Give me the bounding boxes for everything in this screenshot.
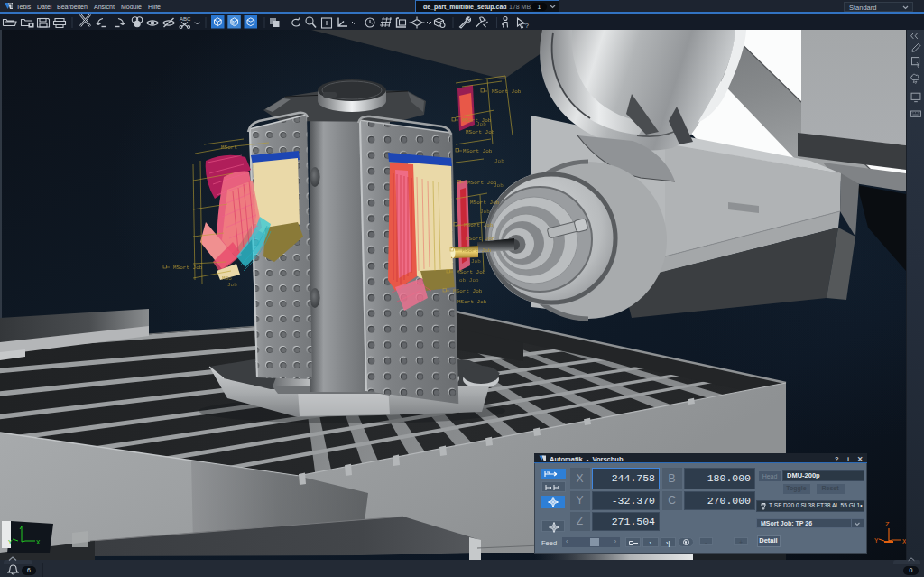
svg-text:MSort Job: MSort Job (492, 88, 522, 95)
svg-text:Y: Y (874, 537, 879, 544)
svg-text:MSo: MSo (222, 275, 232, 282)
svg-text:MSort Job: MSort Job (470, 200, 500, 206)
svg-text:MSort Job: MSort Job (453, 288, 483, 294)
svg-text:Job: Job (476, 121, 486, 127)
svg-text:Job: Job (494, 182, 504, 189)
svg-text:?: ? (525, 23, 529, 29)
svg-text:MSort Job: MSort Job (466, 129, 495, 135)
svg-text:MSort Job: MSort Job (464, 222, 494, 228)
svg-text:MSort Job: MSort Job (463, 148, 493, 154)
svg-text:MSort Job: MSort Job (466, 236, 495, 242)
svg-text:Y: Y (8, 539, 13, 546)
svg-text:Job: Job (494, 158, 504, 164)
svg-text:MSort Job: MSort Job (462, 247, 492, 254)
svg-text:Job: Job (471, 258, 481, 265)
svg-text:ob Job: ob Job (459, 277, 479, 284)
svg-text:MSort Job: MSort Job (173, 265, 203, 271)
svg-text:Job: Job (227, 282, 237, 288)
svg-text:Job: Job (480, 209, 490, 215)
svg-text:MSort: MSort (221, 144, 237, 151)
svg-text:ABC: ABC (180, 16, 191, 22)
svg-text:Z: Z (885, 521, 890, 528)
svg-text:X: X (36, 539, 41, 546)
svg-text:MSort Job: MSort Job (467, 180, 497, 186)
svg-text:MSort Job: MSort Job (457, 269, 486, 275)
svg-text:MSort Job: MSort Job (457, 299, 487, 305)
